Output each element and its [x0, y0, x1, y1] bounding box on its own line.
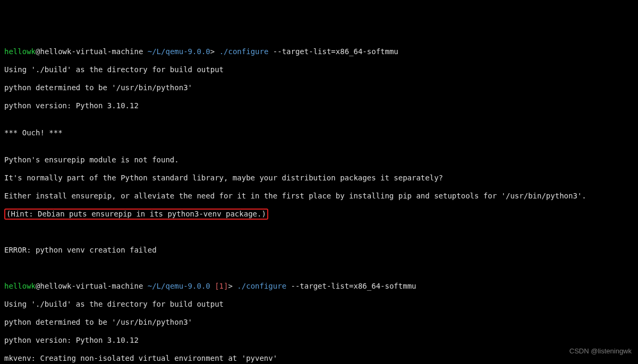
output-line: Using './build' as the directory for bui… — [4, 300, 634, 309]
output-line: mkvenv: Creating non-isolated virtual en… — [4, 354, 634, 363]
command[interactable]: ./configure — [237, 282, 286, 290]
prompt-host: hellowk-virtual-machine — [40, 282, 143, 290]
output-line: python determined to be '/usr/bin/python… — [4, 318, 634, 327]
prompt-path: ~/L/qemu-9.0.0 — [143, 47, 210, 56]
prompt-host: hellowk-virtual-machine — [40, 47, 143, 56]
output-line: python determined to be '/usr/bin/python… — [4, 83, 634, 92]
output-error: ERROR: python venv creation failed — [4, 246, 634, 255]
output-line: Python's ensurepip module is not found. — [4, 155, 634, 164]
output-line-hint: (Hint: Debian puts ensurepip in its pyth… — [4, 210, 634, 219]
output-line: python version: Python 3.10.12 — [4, 336, 634, 345]
highlight-box: (Hint: Debian puts ensurepip in its pyth… — [4, 209, 268, 220]
prompt-line-2: hellowk@hellowk-virtual-machine ~/L/qemu… — [4, 282, 634, 291]
prompt-gt: > — [210, 47, 219, 56]
command-args: --target-list=x86_64-softmmu — [286, 282, 416, 290]
prompt-line-1: hellowk@hellowk-virtual-machine ~/L/qemu… — [4, 47, 634, 56]
output-line: It's normally part of the Python standar… — [4, 174, 634, 183]
prompt-user: hellowk — [4, 282, 36, 290]
command-args: --target-list=x86_64-softmmu — [268, 47, 398, 56]
output-line: Using './build' as the directory for bui… — [4, 65, 634, 74]
output-line: *** Ouch! *** — [4, 128, 634, 137]
watermark: CSDN @listeningwk — [569, 346, 632, 356]
prompt-user: hellowk — [4, 47, 36, 56]
prompt-exitcode: [1] — [215, 282, 228, 290]
prompt-gt: > — [228, 282, 237, 290]
prompt-path: ~/L/qemu-9.0.0 — [143, 282, 215, 290]
command[interactable]: ./configure — [219, 47, 269, 56]
output-line: Either install ensurepip, or alleviate t… — [4, 192, 634, 201]
output-line: python version: Python 3.10.12 — [4, 101, 634, 110]
